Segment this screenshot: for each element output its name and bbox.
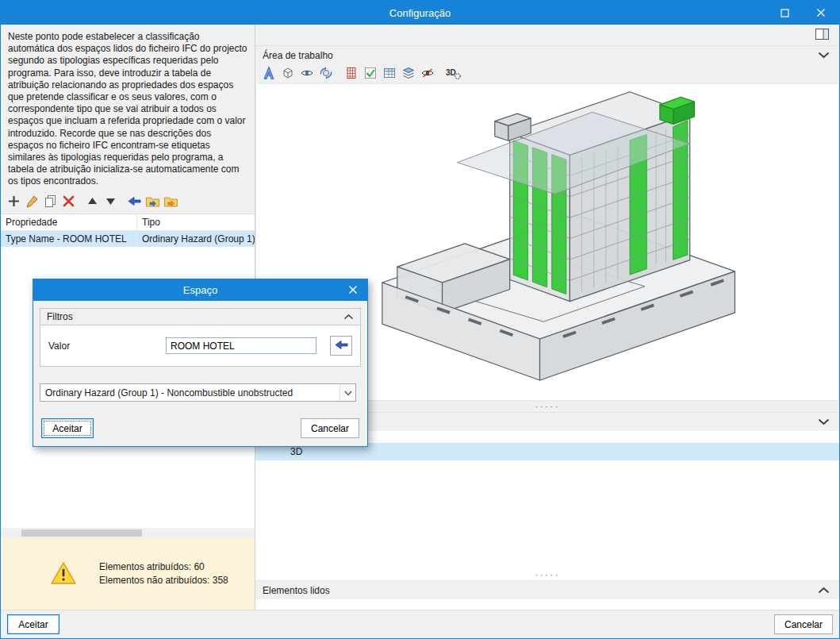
warning-triangle-icon xyxy=(50,561,77,587)
assigned-count-text: Elementos atribuídos: 60 xyxy=(99,560,228,574)
chevron-down-icon xyxy=(818,417,830,428)
close-icon xyxy=(348,284,358,297)
eye-off-icon xyxy=(420,66,435,83)
arrow-down-icon xyxy=(105,195,117,210)
chevron-down-icon xyxy=(344,387,352,398)
elements-read-header[interactable]: Elementos lidos xyxy=(255,580,839,599)
titlebar: Configuração xyxy=(1,1,839,25)
blue-left-arrow-icon xyxy=(127,194,142,210)
space-cancel-button[interactable]: Cancelar xyxy=(301,418,359,438)
value-field-label: Valor xyxy=(48,341,166,352)
scrollbar-thumb[interactable] xyxy=(21,529,142,537)
space-dialog: Espaço Filtros Valor Ord xyxy=(33,279,368,447)
apply-filter-button[interactable] xyxy=(330,336,352,356)
workspace-top-bar xyxy=(255,25,839,45)
column-header-propriedade: Propriedade xyxy=(1,214,137,230)
chevron-down-icon xyxy=(818,50,830,61)
cell-propriedade: Type Name - ROOM HOTEL xyxy=(1,231,137,247)
intro-text: Neste ponto pode estabelecer a classific… xyxy=(1,25,255,192)
add-button[interactable] xyxy=(5,194,23,212)
arrow-up-icon xyxy=(86,195,98,210)
cancel-button[interactable]: Cancelar xyxy=(774,614,833,634)
work-area-header[interactable]: Área de trabalho xyxy=(255,45,839,64)
set-square-button[interactable] xyxy=(259,65,278,83)
filters-groupbox: Filtros Valor xyxy=(40,308,361,367)
viewport-toolbar: 3D xyxy=(255,64,839,83)
add-icon xyxy=(7,194,21,210)
building-grid-icon xyxy=(344,66,359,83)
dropdown-arrow-button[interactable] xyxy=(339,384,355,401)
work-area-label: Área de trabalho xyxy=(263,50,818,61)
space-dialog-close-button[interactable] xyxy=(339,284,367,297)
assign-button[interactable] xyxy=(125,194,144,212)
maximize-button[interactable] xyxy=(766,1,803,25)
view-list: 3D xyxy=(255,431,839,569)
type-dropdown-value: Ordinary Hazard (Group 1) - Noncombustib… xyxy=(40,384,339,401)
edit-pencil-icon xyxy=(25,194,39,210)
configuration-window: Configuração Neste ponto pode estabelece… xyxy=(0,0,840,639)
blue-left-arrow-icon xyxy=(334,338,349,354)
table-icon xyxy=(382,66,397,83)
value-input[interactable] xyxy=(166,337,316,354)
cube-view-button[interactable] xyxy=(278,65,297,83)
edit-button[interactable] xyxy=(23,194,41,212)
accept-button[interactable]: Aceitar xyxy=(7,614,59,634)
visibility-button[interactable] xyxy=(418,65,437,83)
export-folder-button[interactable] xyxy=(162,194,180,212)
space-accept-button[interactable]: Aceitar xyxy=(41,418,94,438)
svg-text:3D: 3D xyxy=(446,68,456,77)
window-layout-icon xyxy=(815,28,830,43)
window-title: Configuração xyxy=(74,7,766,19)
3d-settings-button[interactable]: 3D xyxy=(443,65,462,83)
layers-icon xyxy=(401,66,416,83)
table-header-row: Propriedade Tipo xyxy=(1,214,255,231)
set-square-icon xyxy=(262,66,276,83)
check-grid-icon xyxy=(363,66,378,83)
folder-export-icon xyxy=(163,195,178,210)
column-header-tipo: Tipo xyxy=(137,214,255,230)
delete-x-icon xyxy=(62,194,75,210)
filters-header[interactable]: Filtros xyxy=(40,309,360,325)
orbit-button[interactable] xyxy=(316,65,336,83)
check-grid-button[interactable] xyxy=(361,65,380,83)
elements-read-label: Elementos lidos xyxy=(263,585,818,596)
table-view-button[interactable] xyxy=(380,65,399,83)
drag-handle-dots: ····· xyxy=(535,404,560,409)
dialog-footer: Aceitar Cancelar xyxy=(1,610,839,638)
table-toolbar xyxy=(1,192,255,214)
delete-button[interactable] xyxy=(59,194,78,212)
space-dialog-titlebar: Espaço xyxy=(33,279,367,301)
eye-button[interactable] xyxy=(297,65,316,83)
close-icon xyxy=(816,8,826,17)
space-dialog-title: Espaço xyxy=(62,284,339,296)
chevron-up-icon xyxy=(343,311,354,322)
cube-icon xyxy=(281,66,295,83)
cell-tipo: Ordinary Hazard (Group 1) xyxy=(137,231,255,247)
chevron-up-icon xyxy=(818,585,830,596)
orbit-icon xyxy=(319,66,333,83)
maximize-icon xyxy=(781,9,789,17)
warning-box: Elementos atribuídos: 60 Elementos não a… xyxy=(1,538,255,610)
filters-label: Filtros xyxy=(47,311,343,322)
copy-button[interactable] xyxy=(41,194,59,212)
eye-icon xyxy=(300,66,314,83)
elements-splitter[interactable]: ····· xyxy=(255,569,839,580)
elements-read-body xyxy=(255,599,839,610)
horizontal-scrollbar[interactable] xyxy=(1,528,255,538)
table-row[interactable]: Type Name - ROOM HOTEL Ordinary Hazard (… xyxy=(1,231,255,247)
move-down-button[interactable] xyxy=(102,194,120,212)
type-dropdown[interactable]: Ordinary Hazard (Group 1) - Noncombustib… xyxy=(40,383,356,402)
unassigned-count-text: Elementos não atribuídos: 358 xyxy=(99,574,228,587)
import-folder-button[interactable] xyxy=(144,194,162,212)
move-up-button[interactable] xyxy=(83,194,102,212)
close-button[interactable] xyxy=(803,1,839,25)
view-item-label: 3D xyxy=(290,446,302,457)
3d-gear-icon: 3D xyxy=(445,66,462,83)
building-elements-button[interactable] xyxy=(342,65,361,83)
layers-button[interactable] xyxy=(399,65,418,83)
drag-handle-dots: ····· xyxy=(535,572,560,577)
copy-icon xyxy=(44,194,57,210)
folder-import-icon xyxy=(145,195,160,210)
layout-button[interactable] xyxy=(812,26,831,44)
